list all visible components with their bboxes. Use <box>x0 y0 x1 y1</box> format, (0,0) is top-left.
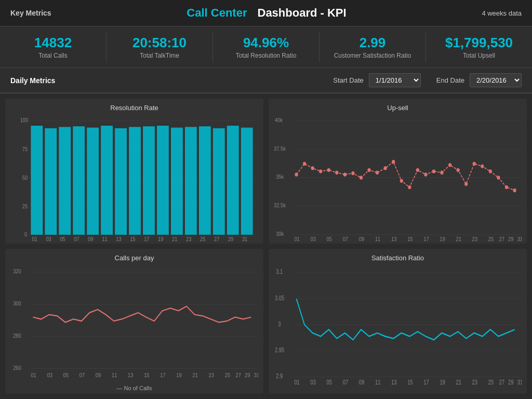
svg-point-79 <box>513 189 516 192</box>
kpi-upsell: $1,799,530 Total Upsell <box>426 32 532 62</box>
calls-per-day-title: Calls per day <box>10 254 258 262</box>
svg-point-76 <box>489 169 492 173</box>
svg-point-66 <box>408 185 411 189</box>
kpi-bar: 14832 Total Calls 20:58:10 Total TalkTim… <box>0 26 532 68</box>
svg-point-71 <box>448 163 451 167</box>
svg-text:13: 13 <box>391 236 397 241</box>
kpi-resolution: 94.96% Total Resolution Ratio <box>213 32 320 62</box>
svg-point-62 <box>376 171 379 175</box>
svg-text:01: 01 <box>31 372 36 378</box>
svg-text:2.9: 2.9 <box>276 373 283 379</box>
kpi-upsell-label: Total Upsell <box>431 52 527 59</box>
svg-text:280: 280 <box>13 333 21 339</box>
calls-per-day-area: 320 300 280 260 01 03 05 07 09 11 13 15 <box>10 264 258 383</box>
svg-point-77 <box>497 176 500 180</box>
svg-point-69 <box>432 169 435 173</box>
svg-text:09: 09 <box>88 236 94 241</box>
kpi-total-calls-label: Total Calls <box>5 52 101 59</box>
svg-text:07: 07 <box>343 379 348 385</box>
kpi-talktime-label: Total TalkTime <box>112 52 207 59</box>
kpi-upsell-value: $1,799,530 <box>431 35 527 51</box>
svg-text:35k: 35k <box>276 174 284 180</box>
svg-text:05: 05 <box>327 379 332 385</box>
weeks-data-label: 4 weeks data <box>482 9 522 17</box>
svg-text:17: 17 <box>423 379 429 385</box>
svg-text:0: 0 <box>24 232 27 238</box>
daily-metrics-label: Daily Metrics <box>10 76 317 85</box>
start-date-select[interactable]: 1/1/2016 <box>369 73 421 87</box>
svg-text:27: 27 <box>499 236 504 241</box>
svg-text:27: 27 <box>214 236 220 241</box>
svg-text:17: 17 <box>160 372 166 378</box>
svg-point-73 <box>464 182 468 186</box>
svg-text:21: 21 <box>172 236 178 241</box>
svg-point-72 <box>457 168 460 172</box>
upsell-chart: Up-sell 40k 37.5k 35k 32.5k 30k <box>269 99 527 244</box>
svg-text:15: 15 <box>130 236 136 241</box>
svg-rect-19 <box>157 126 169 235</box>
svg-text:21: 21 <box>456 236 461 241</box>
kpi-satisfaction-value: 2.99 <box>325 35 420 51</box>
calls-per-day-svg: 320 300 280 260 01 03 05 07 09 11 13 15 <box>10 264 258 383</box>
svg-text:07: 07 <box>79 372 85 378</box>
svg-text:01: 01 <box>294 236 300 241</box>
svg-text:27: 27 <box>235 372 241 378</box>
svg-text:3.05: 3.05 <box>275 295 284 301</box>
svg-text:320: 320 <box>13 269 21 275</box>
controls-bar: Daily Metrics Start Date 1/1/2016 End Da… <box>0 68 532 94</box>
svg-rect-18 <box>143 126 155 235</box>
svg-rect-20 <box>171 128 183 235</box>
svg-text:13: 13 <box>391 379 396 385</box>
kpi-resolution-label: Total Resolution Ratio <box>218 52 314 59</box>
svg-text:31: 31 <box>254 372 258 378</box>
svg-point-57 <box>335 171 338 175</box>
svg-text:07: 07 <box>74 236 79 241</box>
dashboard-kpi-title: Dashboard - KPI <box>258 6 347 20</box>
svg-text:15: 15 <box>407 379 413 385</box>
svg-rect-23 <box>213 128 225 235</box>
svg-text:100: 100 <box>20 117 29 123</box>
svg-text:2.95: 2.95 <box>275 347 284 353</box>
svg-text:17: 17 <box>423 236 429 241</box>
kpi-satisfaction-label: Customer Satisfaction Ratio <box>325 52 420 59</box>
svg-text:3.1: 3.1 <box>276 269 283 275</box>
svg-point-67 <box>416 168 419 172</box>
svg-point-70 <box>440 171 443 175</box>
svg-text:13: 13 <box>128 372 134 378</box>
upsell-svg: 40k 37.5k 35k 32.5k 30k <box>274 114 522 241</box>
call-center-title: Call Center <box>187 6 247 20</box>
svg-rect-15 <box>101 126 113 235</box>
svg-text:40k: 40k <box>275 117 283 123</box>
satisfaction-ratio-area: 3.1 3.05 3 2.95 2.9 01 03 05 07 09 11 <box>274 264 522 391</box>
svg-rect-21 <box>185 127 197 235</box>
svg-text:31: 31 <box>242 236 248 241</box>
svg-point-52 <box>295 172 298 176</box>
svg-point-56 <box>327 168 330 172</box>
end-date-select[interactable]: 2/20/2016 <box>470 73 522 87</box>
svg-rect-12 <box>59 127 71 235</box>
svg-text:09: 09 <box>96 372 101 378</box>
svg-text:29: 29 <box>508 236 514 241</box>
svg-text:03: 03 <box>311 236 316 241</box>
svg-point-61 <box>367 168 370 172</box>
svg-text:21: 21 <box>456 379 461 385</box>
svg-point-53 <box>303 162 306 166</box>
svg-text:11: 11 <box>375 236 381 241</box>
calls-per-day-legend: — No of Calls <box>10 385 258 391</box>
svg-text:21: 21 <box>192 372 198 378</box>
svg-rect-14 <box>87 128 99 235</box>
svg-text:09: 09 <box>359 379 364 385</box>
upsell-area: 40k 37.5k 35k 32.5k 30k <box>274 114 522 241</box>
svg-text:23: 23 <box>186 236 192 241</box>
resolution-rate-area: 100 75 50 25 0 <box>10 114 258 241</box>
resolution-rate-chart: Resolution Rate 100 75 50 25 0 <box>5 99 263 244</box>
svg-text:75: 75 <box>22 146 28 152</box>
start-date-group: Start Date 1/1/2016 <box>333 73 421 87</box>
svg-point-68 <box>424 172 427 176</box>
svg-text:05: 05 <box>63 372 69 378</box>
svg-text:23: 23 <box>472 379 477 385</box>
svg-rect-25 <box>241 128 253 235</box>
svg-text:3: 3 <box>278 321 281 327</box>
svg-text:23: 23 <box>209 372 215 378</box>
svg-point-65 <box>400 179 403 183</box>
